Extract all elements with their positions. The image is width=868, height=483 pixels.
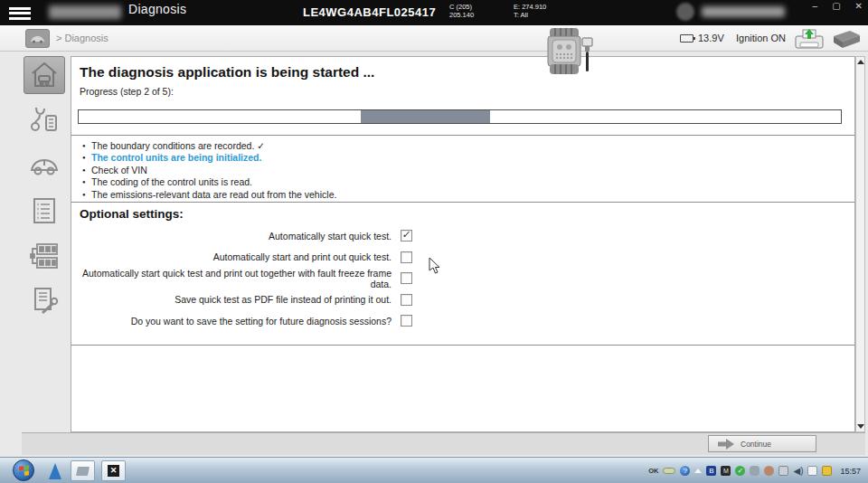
option-label: Automatically start quick test. bbox=[71, 231, 401, 242]
app-title: Diagnosis bbox=[128, 2, 186, 16]
show-hidden-icons[interactable] bbox=[694, 469, 702, 473]
option-row: Automatically start and print out quick … bbox=[71, 247, 854, 269]
start-button[interactable] bbox=[13, 459, 34, 481]
engine-code: E: 274.910 T: All bbox=[514, 3, 546, 19]
battery-voltage: 13.9V bbox=[698, 33, 724, 43]
progress-bar bbox=[78, 109, 842, 124]
separator bbox=[71, 202, 854, 203]
device-icon[interactable] bbox=[750, 466, 760, 476]
print-export-icon[interactable] bbox=[792, 27, 826, 51]
sidebar-item-control-unit-view[interactable] bbox=[24, 237, 65, 275]
checkbox-auto-start-print-quick-test[interactable] bbox=[401, 251, 412, 263]
app-icon bbox=[76, 467, 90, 476]
option-row: Do you want to save the setting for futu… bbox=[71, 310, 854, 332]
sync-icon[interactable] bbox=[764, 466, 774, 476]
flag-icon[interactable] bbox=[807, 466, 817, 476]
option-row: Automatically start quick test. ✓ bbox=[71, 225, 854, 247]
connection-pill-icon[interactable] bbox=[663, 468, 675, 474]
progress-fill bbox=[361, 110, 490, 123]
volume-icon[interactable]: ◀) bbox=[793, 466, 803, 476]
antivirus-shield-icon[interactable]: ✓ bbox=[735, 466, 745, 476]
content-panel: The diagnosis application is being start… bbox=[71, 56, 855, 432]
user-name-redacted bbox=[702, 6, 785, 17]
separator bbox=[71, 345, 854, 346]
checkbox-quick-test-freeze-frame[interactable] bbox=[401, 272, 412, 284]
step-control-units-init: The control units are being initialized. bbox=[82, 152, 336, 164]
startup-step-list: The boundary conditions are recorded. ✓ … bbox=[82, 140, 336, 201]
page-title: The diagnosis application is being start… bbox=[80, 64, 374, 80]
titlebar: Diagnosis LE4WG4AB4FL025417 C (205) 205.… bbox=[0, 0, 868, 25]
option-label: Do you want to save the setting for futu… bbox=[71, 316, 401, 327]
sidebar-item-event-list[interactable] bbox=[24, 192, 65, 230]
manual-book-icon[interactable] bbox=[830, 29, 863, 50]
taskbar: ✕ OK ? B M ✓ ◀) 15:57 bbox=[0, 457, 868, 483]
sidebar-item-vehicle[interactable] bbox=[24, 147, 65, 185]
system-tray: OK ? B M ✓ ◀) 15:57 bbox=[648, 458, 861, 483]
taskbar-app-button[interactable] bbox=[71, 460, 95, 481]
toolbar: > Diagnosis 13.9V Ignition ON bbox=[0, 25, 868, 52]
app-icon: ✕ bbox=[108, 465, 119, 477]
battery-tray-icon[interactable] bbox=[778, 466, 788, 476]
scroll-up-icon[interactable] bbox=[857, 60, 864, 64]
car-icon[interactable] bbox=[25, 29, 50, 48]
taskbar-clock: 15:57 bbox=[840, 467, 861, 476]
close-button[interactable]: ✕ bbox=[855, 1, 863, 11]
taskbar-app-button[interactable]: ✕ bbox=[101, 460, 126, 481]
taskbar-app-icon[interactable] bbox=[49, 463, 61, 479]
scroll-down-icon[interactable] bbox=[857, 424, 864, 429]
step-check-vin: Check of VIN bbox=[82, 165, 336, 176]
screen: Diagnosis LE4WG4AB4FL025417 C (205) 205.… bbox=[0, 0, 868, 483]
checkbox-save-quick-test-pdf[interactable] bbox=[401, 294, 412, 306]
updates-icon[interactable] bbox=[822, 466, 832, 476]
checkbox-auto-start-quick-test[interactable]: ✓ bbox=[401, 230, 412, 242]
step-boundary-conditions: The boundary conditions are recorded. ✓ bbox=[82, 140, 336, 152]
windows-logo-icon bbox=[19, 465, 29, 476]
model-code: C (205) 205.140 bbox=[449, 3, 474, 19]
minimize-button[interactable]: – bbox=[813, 1, 818, 11]
menu-hamburger-icon[interactable] bbox=[9, 5, 31, 21]
sidebar-item-diagnosis-home[interactable] bbox=[24, 56, 65, 94]
option-label: Automatically start quick test and print… bbox=[71, 268, 401, 289]
battery-icon bbox=[680, 34, 693, 43]
option-row: Save quick test as PDF file instead of p… bbox=[71, 289, 854, 311]
arrow-right-icon bbox=[718, 439, 734, 450]
footer-bar: Continue bbox=[22, 432, 865, 455]
continue-label: Continue bbox=[741, 440, 771, 449]
progress-label: Progress (step 2 of 5): bbox=[80, 86, 174, 97]
ignition-status: Ignition ON bbox=[736, 33, 786, 43]
continue-button[interactable]: Continue bbox=[708, 435, 816, 452]
user-avatar bbox=[676, 3, 694, 21]
breadcrumb: > Diagnosis bbox=[56, 33, 108, 43]
window-controls: – ▢ ✕ bbox=[813, 1, 863, 11]
help-icon[interactable]: ? bbox=[680, 466, 690, 476]
checkbox-save-setting-future[interactable] bbox=[401, 315, 412, 327]
step-emissions-data: The emissions-relevant data are read out… bbox=[82, 189, 336, 201]
optional-settings-heading: Optional settings: bbox=[80, 207, 184, 221]
maximize-button[interactable]: ▢ bbox=[832, 1, 840, 11]
step-coding-read: The coding of the control units is read. bbox=[82, 176, 336, 188]
option-row: Automatically start quick test and print… bbox=[71, 268, 854, 289]
tray-status-text: OK bbox=[648, 467, 658, 475]
vci-device-icon bbox=[541, 27, 599, 76]
optional-settings-list: Automatically start quick test. ✓ Automa… bbox=[71, 225, 854, 332]
brand-logo-redacted bbox=[49, 5, 121, 19]
option-label: Save quick test as PDF file instead of p… bbox=[71, 294, 401, 305]
app-m-icon[interactable]: M bbox=[721, 466, 731, 476]
app-b-icon[interactable]: B bbox=[706, 466, 716, 476]
sidebar-item-documents[interactable] bbox=[24, 282, 65, 320]
option-label: Automatically start and print out quick … bbox=[71, 251, 401, 262]
sidebar-item-quick-test[interactable] bbox=[24, 101, 65, 139]
vertical-scrollbar[interactable] bbox=[855, 56, 865, 432]
sidebar bbox=[22, 56, 69, 327]
separator bbox=[71, 135, 854, 136]
vin-number: LE4WG4AB4FL025417 bbox=[303, 5, 436, 19]
